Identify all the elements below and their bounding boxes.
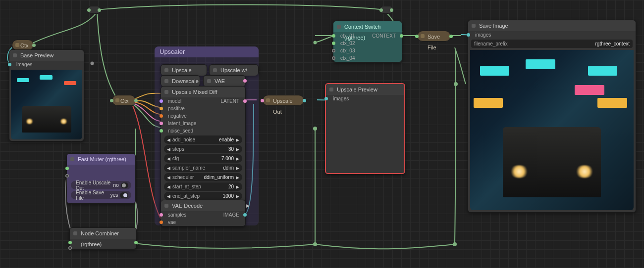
toggle-knob-icon: [120, 192, 128, 198]
upscale-out-label: Upscale Out: [273, 98, 293, 115]
widget-scheduler[interactable]: ◀schedulerddim_uniform▶: [164, 173, 242, 181]
widget-start-step[interactable]: ◀start_at_step20▶: [164, 182, 242, 191]
svg-point-6: [314, 41, 317, 45]
upscale-preview-title: Upscale Preview: [326, 84, 404, 95]
vae-decode-node[interactable]: VAE Decode samples IMAGE vae: [161, 200, 246, 226]
upscale-model-title: Upscale Model: [161, 65, 207, 76]
fast-muter-node[interactable]: Fast Muter (rgthree) Enable Upscale Out …: [66, 153, 136, 204]
mixed-diff-title: Upscale Mixed Diff: [161, 87, 245, 97]
upscale-model-node[interactable]: Upscale Model: [161, 64, 207, 75]
node-combiner-title: Node Combiner (rgthree): [70, 228, 136, 239]
svg-point-1: [313, 242, 317, 246]
svg-point-5: [91, 62, 94, 65]
base-preview-image: [11, 70, 82, 139]
upscale-preview-node[interactable]: Upscale Preview images: [325, 83, 405, 174]
save-image-node[interactable]: Save Image images filename_prefix rgthre…: [468, 20, 636, 213]
ctx-label: Ctx: [20, 43, 29, 48]
svg-point-2: [453, 242, 457, 246]
upscale-out-node[interactable]: Upscale Out: [263, 95, 304, 106]
reroute-top-right[interactable]: [380, 6, 392, 14]
svg-point-4: [454, 82, 458, 86]
save-file-node[interactable]: Save File: [417, 31, 451, 42]
base-preview-node[interactable]: Base Preview images: [9, 49, 84, 141]
save-image-title: Save Image: [468, 20, 636, 31]
node-combiner-node[interactable]: Node Combiner (rgthree): [69, 227, 137, 249]
base-preview-title: Base Preview: [9, 50, 84, 61]
widget-add-noise[interactable]: ◀add_noiseenable▶: [164, 135, 242, 144]
toggle-save-file[interactable]: Enable Save File yes: [71, 191, 131, 199]
ctx-node-mid[interactable]: Ctx: [112, 95, 136, 106]
svg-point-0: [313, 127, 317, 131]
upscale-mixed-diff-node[interactable]: Upscale Mixed Diff model LATENT positive…: [161, 86, 246, 211]
ctx-label: Ctx: [120, 98, 129, 104]
widget-end-step[interactable]: ◀end_at_step1000▶: [164, 192, 242, 200]
context-switch-node[interactable]: Context Switch (rgthree) ctx_01 CONTEXT …: [333, 21, 402, 62]
upscale-with-model-node[interactable]: Upscale w/ Model: [209, 64, 259, 75]
context-switch-title: Context Switch (rgthree): [333, 21, 402, 32]
save-file-label: Save File: [428, 34, 440, 50]
ctx-node-top[interactable]: Ctx: [12, 40, 34, 50]
vae-encode-node[interactable]: VAE Encode: [203, 75, 246, 86]
widget-sampler[interactable]: ◀sampler_nameddim▶: [164, 164, 242, 172]
upscale-with-model-title: Upscale w/ Model: [210, 65, 258, 76]
fast-muter-title: Fast Muter (rgthree): [67, 154, 135, 165]
upscaler-group-title: Upscaler: [155, 46, 259, 57]
vae-decode-title: VAE Decode: [161, 200, 245, 211]
widget-steps[interactable]: ◀steps30▶: [164, 145, 242, 153]
filename-prefix-field[interactable]: filename_prefix rgthree_context: [471, 40, 633, 48]
vae-encode-title: VAE Encode: [204, 76, 245, 87]
downscale-title: Downscale: [161, 76, 200, 87]
reroute-top-left[interactable]: [88, 6, 100, 14]
toggle-upscale-out[interactable]: Enable Upscale Out no: [71, 181, 131, 189]
downscale-node[interactable]: Downscale: [161, 75, 200, 86]
save-image-preview: [470, 50, 634, 210]
widget-cfg[interactable]: ◀cfg7.000▶: [164, 154, 242, 163]
base-preview-input: images: [9, 61, 84, 68]
toggle-knob-icon: [121, 182, 128, 188]
